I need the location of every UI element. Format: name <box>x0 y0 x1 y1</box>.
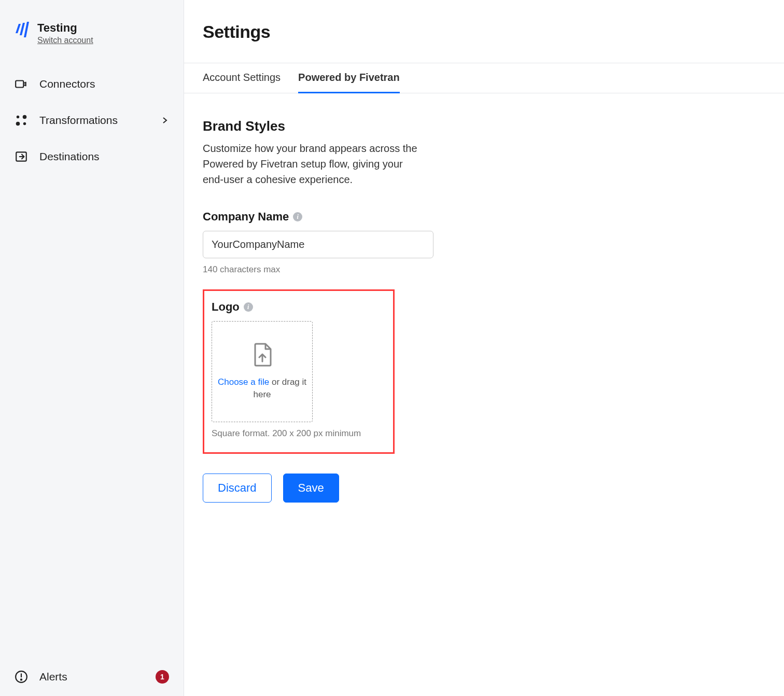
logo-label: Logo i <box>212 300 386 314</box>
form-buttons: Discard Save <box>203 474 622 503</box>
tab-powered-by-fivetran[interactable]: Powered by Fivetran <box>298 63 400 93</box>
svg-point-3 <box>16 121 20 126</box>
logo-helper: Square format. 200 x 200 px minimum <box>212 428 386 439</box>
account-name: Testing <box>37 21 93 36</box>
sidebar-item-alerts[interactable]: Alerts 1 <box>0 658 184 696</box>
page-title: Settings <box>184 0 784 63</box>
company-name-label: Company Name i <box>203 210 622 224</box>
svg-point-1 <box>17 115 19 118</box>
company-name-helper: 140 characters max <box>203 265 622 275</box>
tab-account-settings[interactable]: Account Settings <box>203 63 281 93</box>
info-icon[interactable]: i <box>293 212 302 221</box>
content: Brand Styles Customize how your brand ap… <box>184 93 640 527</box>
save-button[interactable]: Save <box>283 474 339 503</box>
alerts-label: Alerts <box>39 671 67 683</box>
nav: Connectors Transformations <box>0 61 184 180</box>
sidebar-item-connectors[interactable]: Connectors <box>0 66 184 102</box>
chevron-right-icon <box>161 116 169 124</box>
sidebar-item-label: Destinations <box>39 150 169 163</box>
main: Settings Account Settings Powered by Fiv… <box>184 0 784 696</box>
brand-styles-title: Brand Styles <box>203 118 622 134</box>
discard-button[interactable]: Discard <box>203 474 272 503</box>
logo-highlight-box: Logo i Choose a file or drag it here Squ… <box>203 289 395 454</box>
alert-icon <box>15 670 28 684</box>
company-name-field: Company Name i 140 characters max <box>203 210 622 275</box>
svg-rect-0 <box>16 80 23 87</box>
upload-text: Choose a file or drag it here <box>212 376 312 401</box>
company-name-input[interactable] <box>203 231 433 258</box>
sidebar-item-transformations[interactable]: Transformations <box>0 102 184 138</box>
brand-logo-icon <box>15 21 29 37</box>
account-section: Testing Switch account <box>0 16 184 61</box>
alerts-badge: 1 <box>156 670 169 684</box>
transformations-icon <box>15 114 28 127</box>
file-upload-icon <box>252 343 273 367</box>
switch-account-link[interactable]: Switch account <box>37 36 93 45</box>
destinations-icon <box>15 150 28 163</box>
svg-point-2 <box>23 115 27 119</box>
tabs: Account Settings Powered by Fivetran <box>184 63 784 93</box>
svg-point-8 <box>21 679 22 680</box>
sidebar-item-label: Transformations <box>39 114 149 127</box>
choose-file-link: Choose a file <box>218 377 269 387</box>
info-icon[interactable]: i <box>244 302 253 312</box>
svg-point-4 <box>23 122 26 124</box>
sidebar-item-destinations[interactable]: Destinations <box>0 138 184 175</box>
sidebar: Testing Switch account Connectors <box>0 0 184 696</box>
connectors-icon <box>15 77 28 91</box>
logo-upload-dropzone[interactable]: Choose a file or drag it here <box>212 321 313 422</box>
sidebar-item-label: Connectors <box>39 78 169 90</box>
brand-styles-desc: Customize how your brand appears across … <box>203 141 421 187</box>
